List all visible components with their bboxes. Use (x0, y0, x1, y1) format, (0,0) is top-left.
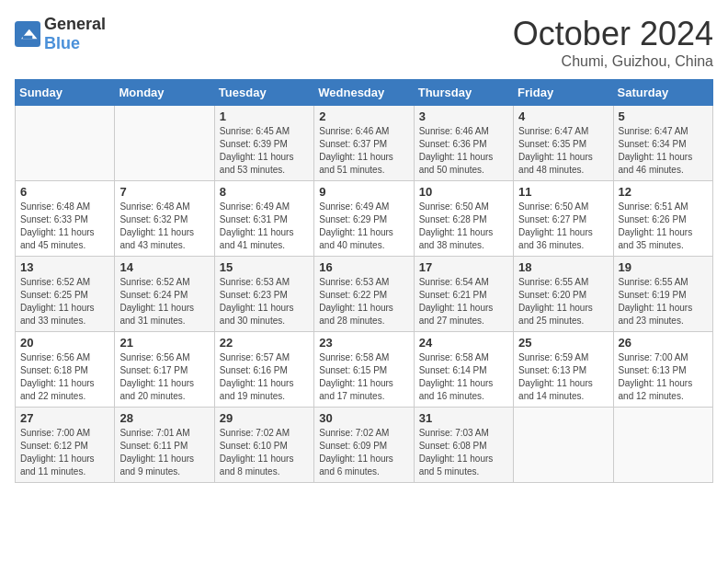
day-content: Sunrise: 6:58 AMSunset: 6:15 PMDaylight:… (319, 351, 408, 403)
logo-general-text: General (44, 15, 106, 33)
day-number: 9 (319, 185, 408, 199)
day-content: Sunrise: 6:52 AMSunset: 6:25 PMDaylight:… (20, 276, 109, 327)
calendar-cell: 30Sunrise: 7:02 AMSunset: 6:09 PMDayligh… (314, 408, 414, 483)
logo-icon (15, 21, 40, 47)
day-content: Sunrise: 6:54 AMSunset: 6:21 PMDaylight:… (419, 276, 508, 327)
calendar-cell (514, 408, 613, 483)
day-number: 17 (419, 260, 508, 274)
day-number: 12 (619, 185, 708, 199)
calendar-cell (613, 408, 712, 483)
day-number: 13 (20, 260, 109, 274)
calendar-cell: 8Sunrise: 6:49 AMSunset: 6:31 PMDaylight… (214, 181, 313, 257)
title-block: October 2024 Chumi, Guizhou, China (513, 15, 713, 70)
day-number: 10 (419, 185, 508, 199)
calendar-cell: 26Sunrise: 7:00 AMSunset: 6:13 PMDayligh… (613, 332, 712, 408)
svg-rect-2 (23, 36, 33, 40)
day-content: Sunrise: 6:46 AMSunset: 6:36 PMDaylight:… (419, 125, 508, 177)
day-content: Sunrise: 6:55 AMSunset: 6:19 PMDaylight:… (619, 276, 708, 327)
weekday-header: Friday (514, 80, 613, 106)
weekday-header: Sunday (16, 80, 115, 106)
calendar-cell: 27Sunrise: 7:00 AMSunset: 6:12 PMDayligh… (16, 408, 115, 483)
day-content: Sunrise: 6:47 AMSunset: 6:35 PMDaylight:… (518, 125, 608, 177)
day-number: 11 (518, 185, 608, 199)
day-content: Sunrise: 6:48 AMSunset: 6:33 PMDaylight:… (20, 201, 109, 252)
calendar-cell: 1Sunrise: 6:45 AMSunset: 6:39 PMDaylight… (214, 106, 313, 181)
day-number: 26 (619, 336, 708, 350)
calendar-cell: 21Sunrise: 6:56 AMSunset: 6:17 PMDayligh… (115, 332, 214, 408)
calendar-cell: 14Sunrise: 6:52 AMSunset: 6:24 PMDayligh… (115, 257, 214, 332)
weekday-header: Monday (115, 80, 214, 106)
day-number: 20 (20, 336, 109, 350)
calendar-cell: 20Sunrise: 6:56 AMSunset: 6:18 PMDayligh… (16, 332, 115, 408)
calendar-cell: 15Sunrise: 6:53 AMSunset: 6:23 PMDayligh… (214, 257, 313, 332)
calendar-cell: 17Sunrise: 6:54 AMSunset: 6:21 PMDayligh… (414, 257, 513, 332)
day-content: Sunrise: 6:51 AMSunset: 6:26 PMDaylight:… (619, 201, 708, 252)
calendar-table: SundayMondayTuesdayWednesdayThursdayFrid… (15, 79, 713, 483)
day-content: Sunrise: 6:53 AMSunset: 6:22 PMDaylight:… (319, 276, 408, 327)
day-content: Sunrise: 6:59 AMSunset: 6:13 PMDaylight:… (518, 351, 608, 403)
logo: General Blue (15, 15, 106, 53)
day-content: Sunrise: 6:46 AMSunset: 6:37 PMDaylight:… (319, 125, 408, 177)
day-number: 8 (220, 185, 309, 199)
calendar-cell: 29Sunrise: 7:02 AMSunset: 6:10 PMDayligh… (214, 408, 313, 483)
calendar-cell: 5Sunrise: 6:47 AMSunset: 6:34 PMDaylight… (613, 106, 712, 181)
day-content: Sunrise: 7:03 AMSunset: 6:08 PMDaylight:… (419, 427, 508, 478)
calendar-cell: 10Sunrise: 6:50 AMSunset: 6:28 PMDayligh… (414, 181, 513, 257)
calendar-cell: 19Sunrise: 6:55 AMSunset: 6:19 PMDayligh… (613, 257, 712, 332)
calendar-week-row: 27Sunrise: 7:00 AMSunset: 6:12 PMDayligh… (16, 408, 713, 483)
day-number: 31 (419, 411, 508, 425)
weekday-header-row: SundayMondayTuesdayWednesdayThursdayFrid… (16, 80, 713, 106)
calendar-cell: 24Sunrise: 6:58 AMSunset: 6:14 PMDayligh… (414, 332, 513, 408)
calendar-week-row: 6Sunrise: 6:48 AMSunset: 6:33 PMDaylight… (16, 181, 713, 257)
calendar-week-row: 20Sunrise: 6:56 AMSunset: 6:18 PMDayligh… (16, 332, 713, 408)
day-content: Sunrise: 6:56 AMSunset: 6:18 PMDaylight:… (20, 351, 109, 403)
day-content: Sunrise: 6:57 AMSunset: 6:16 PMDaylight:… (220, 351, 309, 403)
calendar-cell: 11Sunrise: 6:50 AMSunset: 6:27 PMDayligh… (514, 181, 613, 257)
calendar-cell: 7Sunrise: 6:48 AMSunset: 6:32 PMDaylight… (115, 181, 214, 257)
day-number: 6 (20, 185, 109, 199)
month-title: October 2024 (513, 15, 713, 53)
day-content: Sunrise: 6:50 AMSunset: 6:28 PMDaylight:… (419, 201, 508, 252)
calendar-week-row: 1Sunrise: 6:45 AMSunset: 6:39 PMDaylight… (16, 106, 713, 181)
calendar-cell: 4Sunrise: 6:47 AMSunset: 6:35 PMDaylight… (514, 106, 613, 181)
calendar-week-row: 13Sunrise: 6:52 AMSunset: 6:25 PMDayligh… (16, 257, 713, 332)
calendar-cell: 2Sunrise: 6:46 AMSunset: 6:37 PMDaylight… (314, 106, 414, 181)
day-number: 22 (220, 336, 309, 350)
day-number: 18 (518, 260, 608, 274)
calendar-cell: 18Sunrise: 6:55 AMSunset: 6:20 PMDayligh… (514, 257, 613, 332)
calendar-cell: 23Sunrise: 6:58 AMSunset: 6:15 PMDayligh… (314, 332, 414, 408)
weekday-header: Wednesday (314, 80, 414, 106)
day-content: Sunrise: 7:02 AMSunset: 6:09 PMDaylight:… (319, 427, 408, 478)
calendar-cell: 6Sunrise: 6:48 AMSunset: 6:33 PMDaylight… (16, 181, 115, 257)
day-number: 25 (518, 336, 608, 350)
weekday-header: Thursday (414, 80, 513, 106)
calendar-cell: 28Sunrise: 7:01 AMSunset: 6:11 PMDayligh… (115, 408, 214, 483)
day-content: Sunrise: 6:56 AMSunset: 6:17 PMDaylight:… (119, 351, 209, 403)
day-content: Sunrise: 6:49 AMSunset: 6:29 PMDaylight:… (319, 201, 408, 252)
day-content: Sunrise: 6:50 AMSunset: 6:27 PMDaylight:… (518, 201, 608, 252)
weekday-header: Saturday (613, 80, 712, 106)
day-number: 21 (119, 336, 209, 350)
day-content: Sunrise: 6:53 AMSunset: 6:23 PMDaylight:… (220, 276, 309, 327)
calendar-cell: 12Sunrise: 6:51 AMSunset: 6:26 PMDayligh… (613, 181, 712, 257)
calendar-cell: 31Sunrise: 7:03 AMSunset: 6:08 PMDayligh… (414, 408, 513, 483)
day-number: 4 (518, 109, 608, 123)
day-number: 7 (119, 185, 209, 199)
day-number: 14 (119, 260, 209, 274)
day-content: Sunrise: 6:58 AMSunset: 6:14 PMDaylight:… (419, 351, 508, 403)
day-number: 23 (319, 336, 408, 350)
calendar-cell: 16Sunrise: 6:53 AMSunset: 6:22 PMDayligh… (314, 257, 414, 332)
day-number: 30 (319, 411, 408, 425)
day-content: Sunrise: 6:52 AMSunset: 6:24 PMDaylight:… (119, 276, 209, 327)
logo-blue-text: Blue (44, 34, 80, 52)
weekday-header: Tuesday (214, 80, 313, 106)
day-number: 3 (419, 109, 508, 123)
calendar-cell: 25Sunrise: 6:59 AMSunset: 6:13 PMDayligh… (514, 332, 613, 408)
day-content: Sunrise: 7:02 AMSunset: 6:10 PMDaylight:… (220, 427, 309, 478)
day-number: 5 (619, 109, 708, 123)
day-content: Sunrise: 6:55 AMSunset: 6:20 PMDaylight:… (518, 276, 608, 327)
calendar-cell (115, 106, 214, 181)
calendar-cell: 3Sunrise: 6:46 AMSunset: 6:36 PMDaylight… (414, 106, 513, 181)
day-content: Sunrise: 6:45 AMSunset: 6:39 PMDaylight:… (220, 125, 309, 177)
page-header: General Blue October 2024 Chumi, Guizhou… (15, 15, 713, 70)
